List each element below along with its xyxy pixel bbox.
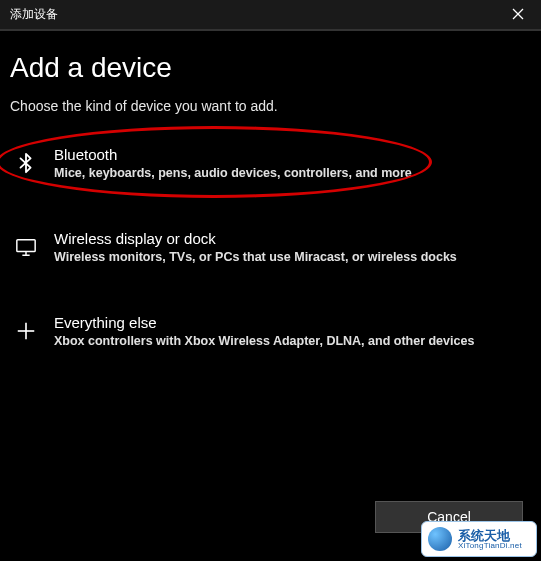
svg-rect-2 — [17, 240, 35, 252]
option-wireless-display[interactable]: Wireless display or dock Wireless monito… — [10, 218, 531, 276]
window-title: 添加设备 — [10, 6, 58, 23]
option-desc: Mice, keyboards, pens, audio devices, co… — [54, 166, 527, 180]
watermark-logo-icon — [428, 527, 452, 551]
option-text: Everything else Xbox controllers with Xb… — [54, 314, 527, 348]
option-text: Bluetooth Mice, keyboards, pens, audio d… — [54, 146, 527, 180]
option-everything-else[interactable]: Everything else Xbox controllers with Xb… — [10, 302, 531, 360]
page-title: Add a device — [10, 52, 531, 84]
page-subtitle: Choose the kind of device you want to ad… — [10, 98, 531, 114]
option-desc: Xbox controllers with Xbox Wireless Adap… — [54, 334, 527, 348]
option-title: Wireless display or dock — [54, 230, 527, 247]
option-title: Bluetooth — [54, 146, 527, 163]
watermark-cn: 系统天地 — [458, 529, 522, 542]
watermark-text: 系统天地 XiTongTianDi.net — [458, 529, 522, 550]
device-options: Bluetooth Mice, keyboards, pens, audio d… — [10, 134, 531, 360]
option-desc: Wireless monitors, TVs, or PCs that use … — [54, 250, 527, 264]
option-bluetooth[interactable]: Bluetooth Mice, keyboards, pens, audio d… — [10, 134, 531, 192]
plus-icon — [14, 320, 38, 342]
close-icon — [512, 6, 524, 24]
monitor-icon — [14, 236, 38, 258]
watermark: 系统天地 XiTongTianDi.net — [421, 521, 537, 557]
bluetooth-icon — [14, 152, 38, 174]
content-area: Add a device Choose the kind of device y… — [0, 30, 541, 360]
option-title: Everything else — [54, 314, 527, 331]
close-button[interactable] — [495, 0, 541, 30]
watermark-en: XiTongTianDi.net — [458, 542, 522, 550]
option-text: Wireless display or dock Wireless monito… — [54, 230, 527, 264]
titlebar: 添加设备 — [0, 0, 541, 30]
divider — [0, 30, 541, 31]
